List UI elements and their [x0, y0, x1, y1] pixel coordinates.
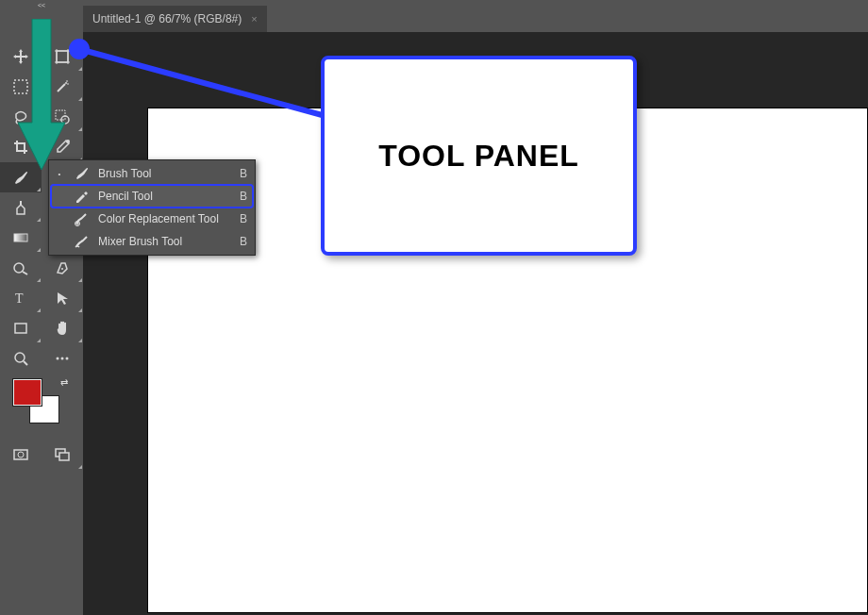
flyout-shortcut: B: [234, 235, 247, 248]
move-icon: [12, 48, 29, 65]
swap-colors-icon[interactable]: ⇄: [60, 377, 68, 388]
svg-point-25: [61, 357, 64, 360]
gradient-icon: [12, 229, 29, 246]
text-icon: T: [12, 290, 29, 307]
lasso-tool[interactable]: [0, 102, 42, 132]
flyout-label: Pencil Tool: [98, 190, 226, 203]
quick-mask-button[interactable]: [0, 440, 42, 470]
pencil-icon: [72, 189, 91, 204]
color-swatches: ⇄: [13, 379, 79, 426]
zoom-icon: [12, 350, 29, 367]
svg-rect-16: [14, 234, 27, 241]
svg-line-18: [23, 272, 27, 274]
flyout-shortcut: B: [234, 212, 247, 225]
gradient-tool[interactable]: [0, 223, 42, 253]
svg-point-26: [66, 357, 69, 360]
svg-point-17: [14, 263, 24, 273]
eyedropper-icon: [54, 139, 71, 156]
app-root: << Untitled-1 @ 66/7% (RGB/8#) ×: [0, 0, 868, 615]
more-icon: [54, 350, 71, 367]
flyout-item-pencil[interactable]: Pencil Tool B: [51, 185, 253, 208]
rectangle-tool[interactable]: [0, 313, 42, 343]
crop-tool[interactable]: [0, 132, 42, 162]
brush-flyout-menu: • Brush Tool B Pencil Tool B Color Repla…: [48, 159, 256, 256]
artboard-icon: [54, 48, 71, 65]
rectangle-icon: [12, 320, 29, 337]
eyedropper-tool[interactable]: [42, 132, 83, 162]
svg-text:T: T: [15, 291, 24, 306]
svg-rect-5: [14, 80, 27, 93]
svg-rect-10: [56, 110, 65, 120]
svg-point-28: [18, 452, 24, 457]
move-tool[interactable]: [0, 42, 42, 72]
brush-tool[interactable]: [0, 162, 42, 192]
flyout-shortcut: B: [234, 190, 247, 203]
flyout-label: Mixer Brush Tool: [98, 235, 226, 248]
hand-icon: [54, 320, 71, 337]
document-tab-title: Untitled-1 @ 66/7% (RGB/8#): [92, 12, 242, 25]
color-replace-icon: [72, 211, 91, 226]
path-select-icon: [54, 290, 71, 307]
marquee-icon: [12, 78, 29, 95]
flyout-label: Brush Tool: [98, 167, 226, 180]
crop-icon: [12, 139, 29, 156]
flyout-label: Color Replacement Tool: [98, 212, 226, 225]
flyout-item-mixer-brush[interactable]: Mixer Brush Tool B: [51, 230, 253, 253]
tool-panel: T: [0, 9, 83, 613]
svg-rect-0: [57, 51, 68, 62]
clone-tool[interactable]: [0, 192, 42, 223]
callout-box: TOOL PANEL: [321, 56, 637, 256]
dodge-tool[interactable]: [0, 253, 42, 283]
flyout-item-brush[interactable]: • Brush Tool B: [51, 162, 253, 185]
mixer-brush-icon: [72, 234, 91, 249]
callout-text: TOOL PANEL: [378, 139, 579, 174]
svg-point-19: [61, 268, 63, 270]
lasso-icon: [12, 108, 29, 125]
zoom-tool[interactable]: [0, 343, 42, 374]
tab-bar: Untitled-1 @ 66/7% (RGB/8#) ×: [83, 6, 267, 32]
active-marker: •: [55, 170, 64, 178]
svg-line-6: [58, 84, 65, 91]
brush-icon: [72, 166, 91, 181]
collapse-panel-button[interactable]: <<: [0, 0, 83, 9]
quick-mask-icon: [12, 446, 29, 463]
svg-rect-30: [59, 453, 69, 460]
svg-point-24: [57, 357, 59, 360]
foreground-color-swatch[interactable]: [13, 379, 42, 406]
svg-line-23: [24, 361, 27, 365]
close-tab-icon[interactable]: ×: [251, 13, 257, 25]
magic-wand-icon: [54, 78, 71, 95]
hand-tool[interactable]: [42, 313, 83, 343]
screen-mode-button[interactable]: [42, 440, 83, 470]
flyout-shortcut: B: [234, 167, 247, 180]
pen-tool[interactable]: [42, 253, 83, 283]
quick-select-tool[interactable]: [42, 102, 83, 132]
brush-icon: [12, 169, 29, 186]
pen-icon: [54, 259, 71, 276]
path-select-tool[interactable]: [42, 283, 83, 313]
clone-icon: [12, 199, 29, 216]
artboard-tool[interactable]: [42, 42, 83, 72]
marquee-tool[interactable]: [0, 72, 42, 102]
svg-point-22: [15, 353, 25, 362]
document-tab[interactable]: Untitled-1 @ 66/7% (RGB/8#) ×: [83, 6, 267, 32]
svg-rect-21: [15, 324, 26, 333]
collapse-label: <<: [38, 2, 45, 8]
dodge-icon: [12, 259, 29, 276]
flyout-item-color-replace[interactable]: Color Replacement Tool B: [51, 208, 253, 230]
edit-toolbar-button[interactable]: [42, 343, 83, 374]
screen-mode-icon: [54, 446, 71, 463]
text-tool[interactable]: T: [0, 283, 42, 313]
magic-wand-tool[interactable]: [42, 72, 83, 102]
quick-select-icon: [54, 108, 71, 125]
svg-point-7: [65, 82, 67, 84]
svg-point-12: [66, 140, 70, 143]
